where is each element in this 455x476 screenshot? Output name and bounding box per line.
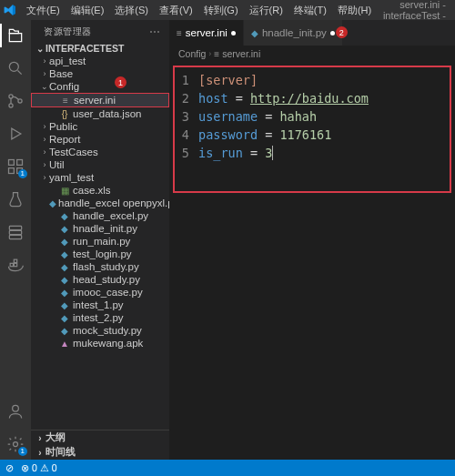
gear-badge: 1 — [18, 447, 27, 456]
editor-content[interactable]: 12345 [server]host = http://baidu.comuse… — [169, 62, 455, 460]
explorer-icon[interactable] — [5, 25, 25, 46]
svg-point-15 — [14, 442, 18, 447]
menu-item[interactable]: 帮助(H) — [333, 3, 376, 18]
file-item[interactable]: ◆handle_excel.py — [31, 209, 169, 222]
file-tree: ›api_test›Base⌄Config1≡server.ini{}user_… — [31, 55, 169, 430]
svg-point-14 — [13, 405, 19, 411]
status-problems[interactable]: ⊗0 ⚠0 — [21, 462, 57, 473]
folder-Report[interactable]: ›Report — [31, 133, 169, 146]
vscode-icon — [4, 4, 16, 16]
editor-tabs: ≡server.ini◆hnadle_init.py2 — [169, 20, 455, 46]
svg-point-1 — [9, 95, 13, 98]
more-icon[interactable]: ⋯ — [149, 25, 161, 38]
file-item[interactable]: ▲mukewang.apk — [31, 337, 169, 349]
folder-Base[interactable]: ›Base — [31, 67, 169, 80]
svg-rect-13 — [14, 259, 16, 262]
menu-item[interactable]: 运行(R) — [245, 3, 288, 18]
folder-Public[interactable]: ›Public — [31, 120, 169, 133]
file-item[interactable]: ◆hnadle_init.py — [31, 222, 169, 235]
svg-point-3 — [18, 99, 22, 103]
file-item[interactable]: ◆flash_study.py — [31, 260, 169, 273]
editor-area: ≡server.ini◆hnadle_init.py2 Config › ≡ s… — [169, 20, 455, 460]
folder-yaml_test[interactable]: ›yaml_test — [31, 171, 169, 184]
menu-item[interactable]: 查看(V) — [155, 3, 197, 18]
status-bar: ⊘ ⊗0 ⚠0 — [0, 460, 455, 476]
account-icon[interactable] — [5, 401, 25, 421]
file-item[interactable]: ◆run_main.py — [31, 235, 169, 248]
svg-point-2 — [9, 104, 13, 107]
file-item[interactable]: ◆head_study.py — [31, 273, 169, 286]
chevron-right-icon: › — [208, 49, 211, 58]
tab-server.ini[interactable]: ≡server.ini — [169, 20, 244, 46]
svg-rect-8 — [9, 226, 21, 229]
menu-item[interactable]: 编辑(E) — [66, 3, 109, 18]
svg-rect-7 — [17, 160, 23, 166]
svg-rect-11 — [10, 263, 13, 266]
explorer-title: 资源管理器⋯ — [31, 20, 169, 42]
ext-badge: 1 — [18, 169, 27, 178]
folder-Util[interactable]: ›Util — [31, 158, 169, 171]
menu-item[interactable]: 文件(E) — [22, 3, 65, 18]
extensions-icon[interactable]: 1 — [5, 157, 25, 177]
folder-TestCases[interactable]: ›TestCases — [31, 146, 169, 158]
file-item[interactable]: ◆handle_excel openpyxl.py — [31, 197, 169, 209]
timeline-section[interactable]: ›时间线 — [31, 445, 169, 460]
file-item[interactable]: ◆intest_2.py — [31, 311, 169, 324]
debug-icon[interactable] — [5, 124, 25, 144]
menu-item[interactable]: 选择(S) — [110, 3, 153, 18]
svg-rect-9 — [9, 230, 21, 234]
file-item[interactable]: ◆test_login.py — [31, 248, 169, 260]
tab-hnadle_init.py[interactable]: ◆hnadle_init.py2 — [244, 20, 343, 46]
code-area[interactable]: [server]host = http://baidu.comusername … — [198, 71, 450, 187]
docker-icon[interactable] — [5, 255, 25, 275]
title-bar: 文件(E)编辑(E)选择(S)查看(V)转到(G)运行(R)终端(T)帮助(H)… — [0, 0, 455, 20]
file-item[interactable]: ≡server.ini — [31, 93, 169, 107]
test-icon[interactable] — [5, 189, 25, 209]
menu-item[interactable]: 终端(T) — [289, 3, 331, 18]
gear-icon[interactable]: 1 — [5, 434, 25, 454]
svg-point-0 — [9, 62, 18, 71]
file-item[interactable]: ◆mock_study.py — [31, 324, 169, 337]
outline-section[interactable]: ›大纲 — [31, 430, 169, 445]
svg-rect-4 — [9, 160, 15, 166]
breadcrumb[interactable]: Config › ≡ server.ini — [169, 46, 455, 62]
sidebar: 资源管理器⋯ ⌄INTERFACETEST ›api_test›Base⌄Con… — [31, 20, 169, 460]
activity-bar: 1 1 — [0, 20, 31, 460]
file-item[interactable]: {}user_data.json — [31, 107, 169, 120]
file-item[interactable]: ◆intest_1.py — [31, 299, 169, 311]
menu-item[interactable]: 转到(G) — [199, 3, 243, 18]
svg-rect-10 — [9, 235, 21, 238]
status-sync[interactable]: ⊘ — [5, 462, 14, 473]
db-icon[interactable] — [5, 222, 25, 242]
folder-api_test[interactable]: ›api_test — [31, 55, 169, 67]
menu-bar: 文件(E)编辑(E)选择(S)查看(V)转到(G)运行(R)终端(T)帮助(H) — [22, 3, 376, 18]
scm-icon[interactable] — [5, 91, 25, 111]
folder-Config[interactable]: ⌄Config — [31, 80, 169, 93]
window-title: server.ini - interfaceTest - — [376, 0, 451, 21]
file-item[interactable]: ◆imooc_case.py — [31, 286, 169, 299]
svg-rect-5 — [9, 168, 15, 174]
search-icon[interactable] — [5, 58, 25, 78]
line-gutter: 12345 — [175, 71, 198, 187]
svg-rect-12 — [14, 263, 16, 266]
file-icon: ≡ — [214, 49, 219, 59]
project-header[interactable]: ⌄INTERFACETEST — [31, 42, 169, 55]
file-item[interactable]: ▦case.xls — [31, 184, 169, 197]
